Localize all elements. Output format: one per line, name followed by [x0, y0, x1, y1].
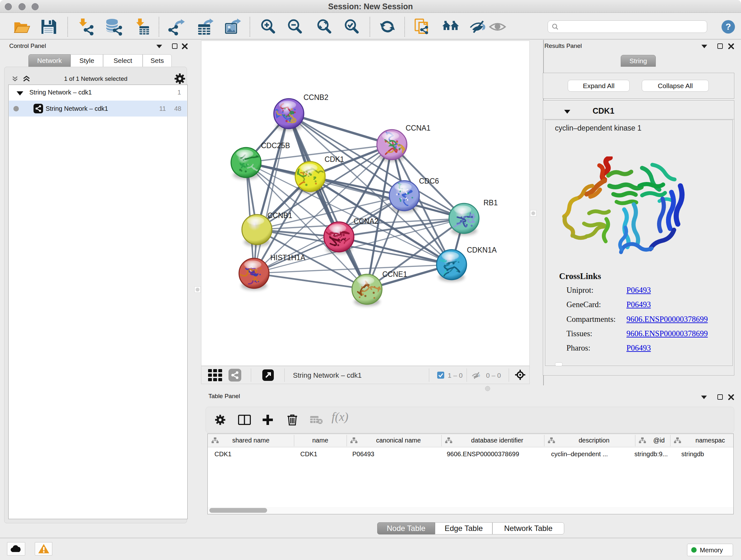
- svg-text:RB1: RB1: [483, 199, 498, 207]
- svg-text:CCNA1: CCNA1: [406, 124, 430, 132]
- svg-text:CCNE1: CCNE1: [382, 270, 407, 278]
- svg-text:CDK1: CDK1: [325, 155, 344, 164]
- svg-text:CDC6: CDC6: [419, 177, 439, 185]
- svg-text:CCNA2: CCNA2: [354, 217, 379, 226]
- svg-text:CCNB1: CCNB1: [267, 211, 292, 220]
- svg-text:HIST1H1A: HIST1H1A: [270, 253, 306, 262]
- svg-text:CCNB2: CCNB2: [304, 93, 328, 102]
- svg-text:CDKN1A: CDKN1A: [467, 246, 497, 254]
- svg-text:?: ?: [725, 22, 731, 32]
- svg-text:CDC25B: CDC25B: [261, 141, 290, 150]
